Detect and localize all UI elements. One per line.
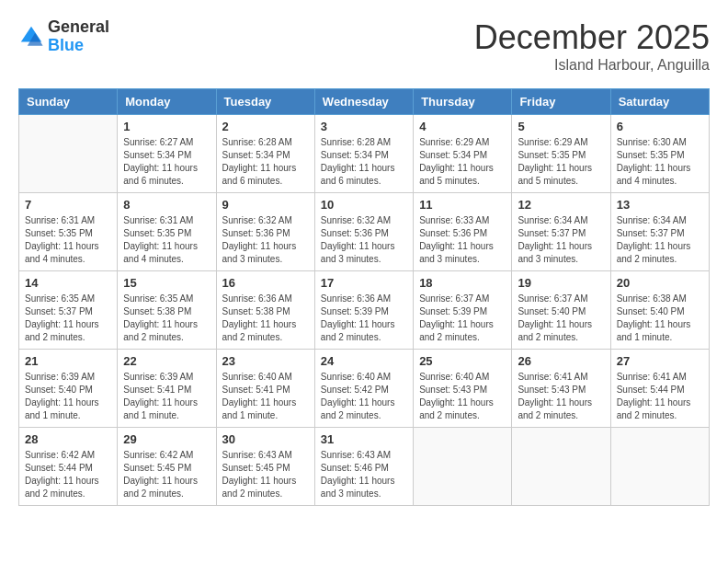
calendar-week-row: 21Sunrise: 6:39 AM Sunset: 5:40 PM Dayli… bbox=[19, 350, 710, 428]
day-info: Sunrise: 6:31 AM Sunset: 5:35 PM Dayligh… bbox=[25, 214, 111, 266]
day-number: 3 bbox=[321, 120, 407, 133]
calendar-cell: 5Sunrise: 6:29 AM Sunset: 5:35 PM Daylig… bbox=[512, 115, 610, 193]
calendar-cell: 7Sunrise: 6:31 AM Sunset: 5:35 PM Daylig… bbox=[19, 193, 118, 271]
month-title: December 2025 bbox=[474, 18, 710, 57]
day-number: 29 bbox=[123, 432, 210, 446]
location-title: Island Harbour, Anguilla bbox=[474, 57, 710, 74]
calendar-cell: 13Sunrise: 6:34 AM Sunset: 5:37 PM Dayli… bbox=[610, 193, 709, 271]
calendar-cell: 2Sunrise: 6:28 AM Sunset: 5:34 PM Daylig… bbox=[216, 115, 314, 193]
calendar-cell: 22Sunrise: 6:39 AM Sunset: 5:41 PM Dayli… bbox=[118, 350, 216, 428]
day-info: Sunrise: 6:42 AM Sunset: 5:45 PM Dayligh… bbox=[123, 449, 210, 500]
day-number: 10 bbox=[321, 198, 407, 212]
day-number: 16 bbox=[222, 276, 309, 290]
calendar-cell: 12Sunrise: 6:34 AM Sunset: 5:37 PM Dayli… bbox=[512, 193, 610, 271]
title-block: December 2025 Island Harbour, Anguilla bbox=[474, 18, 710, 74]
day-info: Sunrise: 6:34 AM Sunset: 5:37 PM Dayligh… bbox=[518, 214, 604, 266]
day-info: Sunrise: 6:28 AM Sunset: 5:34 PM Dayligh… bbox=[321, 136, 407, 188]
day-info: Sunrise: 6:32 AM Sunset: 5:36 PM Dayligh… bbox=[222, 214, 309, 266]
day-info: Sunrise: 6:42 AM Sunset: 5:44 PM Dayligh… bbox=[25, 449, 111, 500]
day-number: 11 bbox=[419, 198, 506, 212]
calendar-cell: 18Sunrise: 6:37 AM Sunset: 5:39 PM Dayli… bbox=[414, 271, 512, 350]
day-info: Sunrise: 6:38 AM Sunset: 5:40 PM Dayligh… bbox=[617, 293, 703, 344]
day-info: Sunrise: 6:37 AM Sunset: 5:40 PM Dayligh… bbox=[518, 293, 604, 344]
day-info: Sunrise: 6:41 AM Sunset: 5:44 PM Dayligh… bbox=[617, 371, 703, 422]
calendar-cell: 10Sunrise: 6:32 AM Sunset: 5:36 PM Dayli… bbox=[314, 193, 413, 271]
day-info: Sunrise: 6:33 AM Sunset: 5:36 PM Dayligh… bbox=[419, 214, 506, 266]
calendar-cell: 3Sunrise: 6:28 AM Sunset: 5:34 PM Daylig… bbox=[314, 115, 413, 193]
day-number: 5 bbox=[518, 120, 604, 133]
day-number: 6 bbox=[617, 120, 703, 133]
calendar-week-row: 14Sunrise: 6:35 AM Sunset: 5:37 PM Dayli… bbox=[19, 271, 710, 350]
calendar-cell: 16Sunrise: 6:36 AM Sunset: 5:38 PM Dayli… bbox=[216, 271, 314, 350]
day-info: Sunrise: 6:29 AM Sunset: 5:34 PM Dayligh… bbox=[419, 136, 506, 188]
day-info: Sunrise: 6:30 AM Sunset: 5:35 PM Dayligh… bbox=[617, 136, 703, 188]
day-number: 14 bbox=[25, 276, 111, 290]
calendar-cell: 21Sunrise: 6:39 AM Sunset: 5:40 PM Dayli… bbox=[19, 350, 118, 428]
calendar-cell: 6Sunrise: 6:30 AM Sunset: 5:35 PM Daylig… bbox=[610, 115, 709, 193]
calendar-cell: 14Sunrise: 6:35 AM Sunset: 5:37 PM Dayli… bbox=[19, 271, 118, 350]
day-number: 1 bbox=[123, 120, 210, 133]
day-number: 4 bbox=[419, 120, 506, 133]
day-number: 31 bbox=[321, 432, 407, 446]
day-number: 17 bbox=[321, 276, 407, 290]
weekday-header-saturday: Saturday bbox=[610, 89, 709, 115]
day-number: 25 bbox=[419, 354, 506, 368]
calendar-table: SundayMondayTuesdayWednesdayThursdayFrid… bbox=[18, 88, 710, 506]
calendar-header: SundayMondayTuesdayWednesdayThursdayFrid… bbox=[19, 89, 710, 115]
logo: General Blue bbox=[18, 18, 109, 55]
page-header: General Blue December 2025 Island Harbou… bbox=[18, 18, 710, 74]
day-info: Sunrise: 6:35 AM Sunset: 5:37 PM Dayligh… bbox=[25, 293, 111, 344]
weekday-header-monday: Monday bbox=[118, 89, 216, 115]
calendar-week-row: 7Sunrise: 6:31 AM Sunset: 5:35 PM Daylig… bbox=[19, 193, 710, 271]
calendar-cell bbox=[414, 428, 512, 506]
weekday-header-thursday: Thursday bbox=[414, 89, 512, 115]
day-info: Sunrise: 6:40 AM Sunset: 5:43 PM Dayligh… bbox=[419, 371, 506, 422]
calendar-cell: 23Sunrise: 6:40 AM Sunset: 5:41 PM Dayli… bbox=[216, 350, 314, 428]
day-info: Sunrise: 6:40 AM Sunset: 5:42 PM Dayligh… bbox=[321, 371, 407, 422]
calendar-cell: 9Sunrise: 6:32 AM Sunset: 5:36 PM Daylig… bbox=[216, 193, 314, 271]
day-number: 19 bbox=[518, 276, 604, 290]
day-info: Sunrise: 6:32 AM Sunset: 5:36 PM Dayligh… bbox=[321, 214, 407, 266]
day-info: Sunrise: 6:39 AM Sunset: 5:41 PM Dayligh… bbox=[123, 371, 210, 422]
calendar-body: 1Sunrise: 6:27 AM Sunset: 5:34 PM Daylig… bbox=[19, 115, 710, 506]
calendar-cell: 19Sunrise: 6:37 AM Sunset: 5:40 PM Dayli… bbox=[512, 271, 610, 350]
calendar-cell: 25Sunrise: 6:40 AM Sunset: 5:43 PM Dayli… bbox=[414, 350, 512, 428]
calendar-cell bbox=[512, 428, 610, 506]
calendar-week-row: 28Sunrise: 6:42 AM Sunset: 5:44 PM Dayli… bbox=[19, 428, 710, 506]
calendar-cell: 31Sunrise: 6:43 AM Sunset: 5:46 PM Dayli… bbox=[314, 428, 413, 506]
calendar-cell: 1Sunrise: 6:27 AM Sunset: 5:34 PM Daylig… bbox=[118, 115, 216, 193]
calendar-cell: 15Sunrise: 6:35 AM Sunset: 5:38 PM Dayli… bbox=[118, 271, 216, 350]
calendar-cell: 29Sunrise: 6:42 AM Sunset: 5:45 PM Dayli… bbox=[118, 428, 216, 506]
day-info: Sunrise: 6:28 AM Sunset: 5:34 PM Dayligh… bbox=[222, 136, 309, 188]
calendar-cell: 4Sunrise: 6:29 AM Sunset: 5:34 PM Daylig… bbox=[414, 115, 512, 193]
day-number: 9 bbox=[222, 198, 309, 212]
calendar-cell: 30Sunrise: 6:43 AM Sunset: 5:45 PM Dayli… bbox=[216, 428, 314, 506]
day-number: 27 bbox=[617, 354, 703, 368]
day-info: Sunrise: 6:36 AM Sunset: 5:39 PM Dayligh… bbox=[321, 293, 407, 344]
day-number: 20 bbox=[617, 276, 703, 290]
day-info: Sunrise: 6:29 AM Sunset: 5:35 PM Dayligh… bbox=[518, 136, 604, 188]
calendar-cell: 26Sunrise: 6:41 AM Sunset: 5:43 PM Dayli… bbox=[512, 350, 610, 428]
day-info: Sunrise: 6:37 AM Sunset: 5:39 PM Dayligh… bbox=[419, 293, 506, 344]
calendar-cell: 17Sunrise: 6:36 AM Sunset: 5:39 PM Dayli… bbox=[314, 271, 413, 350]
day-info: Sunrise: 6:35 AM Sunset: 5:38 PM Dayligh… bbox=[123, 293, 210, 344]
calendar-cell: 28Sunrise: 6:42 AM Sunset: 5:44 PM Dayli… bbox=[19, 428, 118, 506]
weekday-header-tuesday: Tuesday bbox=[216, 89, 314, 115]
logo-general-text: General bbox=[48, 18, 109, 37]
day-number: 28 bbox=[25, 432, 111, 446]
calendar-week-row: 1Sunrise: 6:27 AM Sunset: 5:34 PM Daylig… bbox=[19, 115, 710, 193]
day-number: 22 bbox=[123, 354, 210, 368]
day-info: Sunrise: 6:34 AM Sunset: 5:37 PM Dayligh… bbox=[617, 214, 703, 266]
logo-blue-text: Blue bbox=[48, 37, 109, 55]
day-number: 23 bbox=[222, 354, 309, 368]
day-info: Sunrise: 6:43 AM Sunset: 5:46 PM Dayligh… bbox=[321, 449, 407, 500]
day-number: 7 bbox=[25, 198, 111, 212]
weekday-header-row: SundayMondayTuesdayWednesdayThursdayFrid… bbox=[19, 89, 710, 115]
day-number: 24 bbox=[321, 354, 407, 368]
day-number: 8 bbox=[123, 198, 210, 212]
day-info: Sunrise: 6:41 AM Sunset: 5:43 PM Dayligh… bbox=[518, 371, 604, 422]
day-number: 30 bbox=[222, 432, 309, 446]
day-number: 21 bbox=[25, 354, 111, 368]
day-number: 26 bbox=[518, 354, 604, 368]
calendar-cell: 11Sunrise: 6:33 AM Sunset: 5:36 PM Dayli… bbox=[414, 193, 512, 271]
